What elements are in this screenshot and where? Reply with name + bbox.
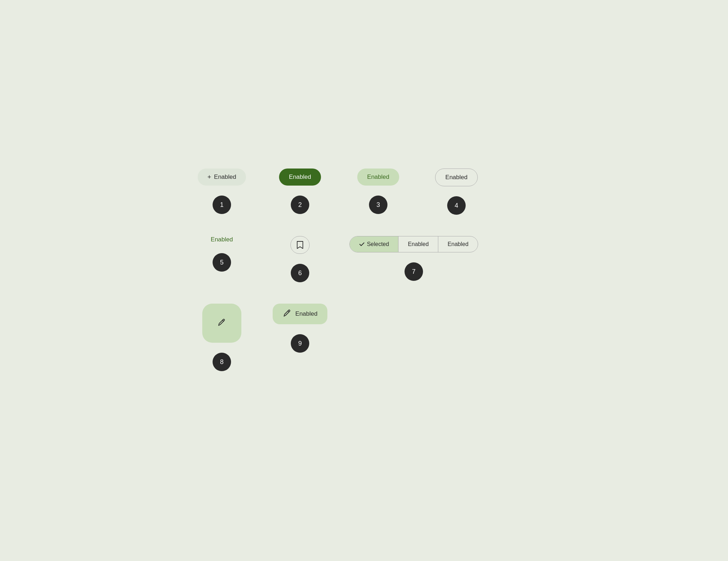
button-8[interactable]: [202, 304, 241, 343]
segmented-control: Selected Enabled Enabled: [349, 236, 478, 252]
button-9-label: Enabled: [295, 310, 317, 317]
pencil-icon-9: [283, 309, 292, 319]
button-5-label: Enabled: [211, 236, 233, 243]
badge-2: 2: [291, 196, 309, 214]
cell-5: Enabled 5: [183, 236, 261, 272]
cell-7: Selected Enabled Enabled 7: [339, 236, 488, 281]
seg-button-2[interactable]: Enabled: [398, 236, 438, 252]
badge-4: 4: [447, 196, 466, 215]
row-3: 8 Enabled 9: [183, 304, 545, 371]
row-1: + Enabled 1 Enabled 2 Enabled 3 Enabled …: [183, 169, 545, 215]
pencil-icon: [217, 319, 226, 328]
button-6[interactable]: [290, 236, 310, 254]
cell-3: Enabled 3: [339, 169, 417, 214]
button-1[interactable]: + Enabled: [198, 169, 246, 186]
badge-9: 9: [291, 334, 309, 353]
seg-label-selected: Selected: [367, 241, 389, 247]
bookmark-icon: [296, 241, 304, 249]
plus-icon: +: [208, 174, 212, 180]
seg-button-3[interactable]: Enabled: [438, 236, 478, 252]
badge-3: 3: [369, 196, 387, 214]
badge-8: 8: [213, 353, 231, 371]
cell-4: Enabled 4: [417, 169, 496, 215]
badge-6: 6: [291, 264, 309, 282]
cell-2: Enabled 2: [261, 169, 339, 214]
button-3-label: Enabled: [367, 173, 389, 181]
check-icon: [359, 241, 365, 247]
button-2[interactable]: Enabled: [279, 169, 321, 186]
badge-1: 1: [213, 196, 231, 214]
seg-label-2: Enabled: [408, 241, 429, 247]
cell-8: 8: [183, 304, 261, 371]
badge-7: 7: [405, 262, 423, 281]
button-3[interactable]: Enabled: [357, 169, 399, 186]
button-9[interactable]: Enabled: [273, 304, 327, 324]
cell-9: Enabled 9: [261, 304, 339, 353]
seg-button-selected[interactable]: Selected: [350, 236, 398, 252]
seg-label-3: Enabled: [448, 241, 469, 247]
badge-5: 5: [213, 253, 231, 272]
button-2-label: Enabled: [289, 173, 311, 181]
button-4-label: Enabled: [445, 174, 467, 181]
cell-6: 6: [261, 236, 339, 282]
button-1-label: Enabled: [214, 173, 236, 181]
button-5[interactable]: Enabled: [211, 236, 233, 243]
button-4[interactable]: Enabled: [435, 169, 478, 186]
canvas: + Enabled 1 Enabled 2 Enabled 3 Enabled …: [168, 147, 560, 414]
cell-1: + Enabled 1: [183, 169, 261, 214]
row-2: Enabled 5 6 Selected Enable: [183, 236, 545, 282]
